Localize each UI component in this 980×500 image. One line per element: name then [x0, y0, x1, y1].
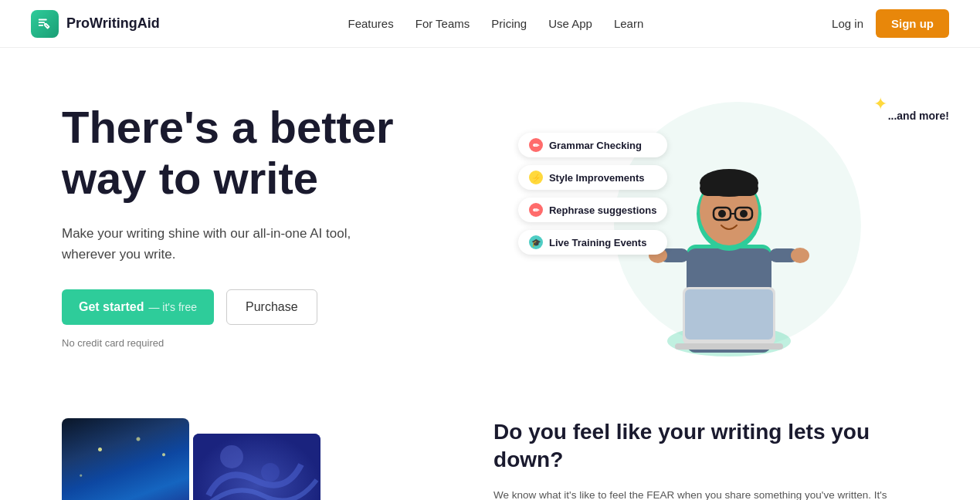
no-credit-text: No credit card required [62, 337, 541, 349]
nav-item-for-teams[interactable]: For Teams [415, 17, 470, 31]
section-two-title: Do you feel like your writing lets you d… [493, 418, 918, 475]
rephrase-icon: ✏ [529, 203, 543, 217]
svg-point-22 [261, 463, 280, 481]
hero-buttons: Get started — it's free Purchase [62, 289, 541, 325]
navbar-actions: Log in Sign up [832, 9, 949, 38]
chip-grammar-checking: ✏ Grammar Checking [518, 133, 667, 157]
section-two-content: Do you feel like your writing lets you d… [447, 418, 918, 500]
svg-rect-4 [685, 289, 773, 340]
get-started-button[interactable]: Get started — it's free [62, 289, 214, 325]
brand-name: ProWritingAid [66, 15, 160, 32]
login-button[interactable]: Log in [832, 17, 863, 30]
hero-section: There's a better way to write Make your … [0, 48, 980, 387]
starry-night-image [62, 418, 189, 500]
hero-title: There's a better way to write [62, 102, 541, 204]
painting-card-2 [193, 434, 320, 500]
chip-rephrase-suggestions: ✏ Rephrase suggestions [518, 198, 667, 222]
section-two: My idea in my head Do you feel like your… [0, 387, 980, 500]
training-icon: 🎓 [529, 235, 543, 249]
nav-item-features[interactable]: Features [348, 17, 394, 31]
svg-rect-10 [700, 181, 758, 196]
hero-subtitle: Make your writing shine with our all-in-… [62, 223, 386, 265]
feature-chips: ✏ Grammar Checking ⚡ Style Improvements … [518, 133, 667, 255]
hero-content: There's a better way to write Make your … [62, 102, 541, 350]
svg-point-19 [791, 248, 809, 263]
hero-person-illustration [644, 125, 814, 364]
grammar-icon: ✏ [529, 138, 543, 152]
chip-live-training: 🎓 Live Training Events [518, 230, 667, 255]
painting-card-1 [62, 418, 189, 500]
svg-point-21 [220, 445, 243, 468]
signup-button[interactable]: Sign up [876, 9, 949, 38]
svg-rect-5 [675, 343, 783, 350]
section-two-description: We know what it's like to feel the FEAR … [493, 487, 918, 500]
chip-style-improvements: ⚡ Style Improvements [518, 165, 667, 190]
navbar: ProWritingAid Features For Teams Pricing… [0, 0, 980, 48]
brand-logo-link[interactable]: ProWritingAid [31, 10, 160, 38]
sparkle-icon: ✦ [873, 94, 887, 114]
style-icon: ⚡ [529, 171, 543, 184]
svg-point-14 [718, 210, 726, 218]
nav-item-learn[interactable]: Learn [614, 17, 643, 31]
section-two-visual: My idea in my head [62, 418, 447, 500]
and-more-label: ...and more! [888, 110, 949, 122]
hero-visual: ...and more! ✦ [541, 86, 934, 364]
nav-item-pricing[interactable]: Pricing [491, 17, 527, 31]
svg-point-15 [740, 210, 748, 218]
nav-menu: Features For Teams Pricing Use App Learn [348, 17, 644, 31]
brand-logo-icon [31, 10, 59, 38]
purchase-button[interactable]: Purchase [226, 289, 317, 325]
nav-item-use-app[interactable]: Use App [548, 17, 592, 31]
